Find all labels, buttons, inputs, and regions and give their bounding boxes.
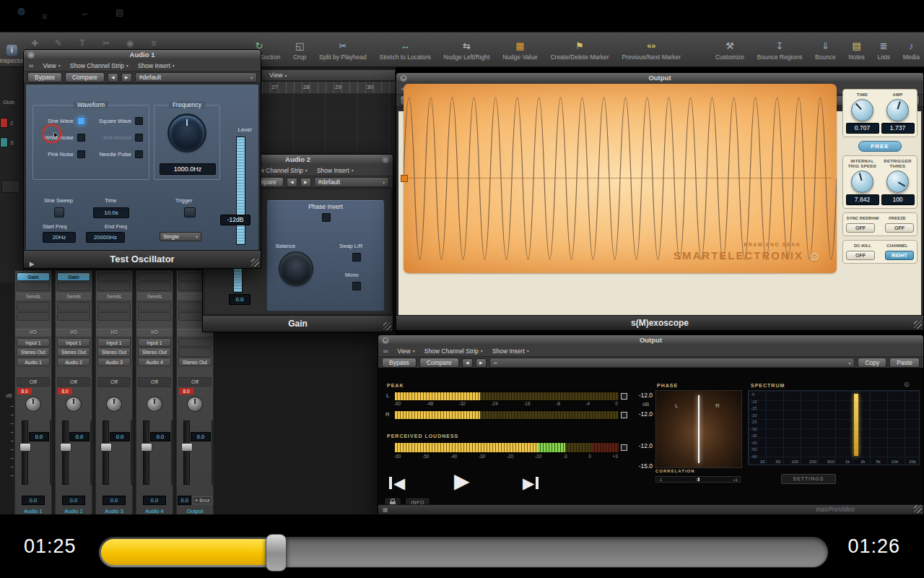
track-name[interactable]: Audio 4 bbox=[136, 508, 173, 515]
link-icon[interactable]: ∞ bbox=[29, 62, 33, 69]
volume-fader[interactable] bbox=[22, 420, 28, 484]
frequency-value[interactable]: 1000.0Hz bbox=[160, 163, 216, 175]
waveform-option[interactable]: Sine Wave bbox=[33, 117, 91, 125]
send-slot[interactable] bbox=[17, 302, 50, 311]
settings-button[interactable]: SETTINGS bbox=[781, 474, 836, 484]
waveform-option[interactable]: Anti Aliased bbox=[91, 134, 149, 142]
pointer-tool-icon[interactable]: ✚ bbox=[29, 38, 40, 48]
show-channel-strip-menu[interactable]: Show Channel Strip▾ bbox=[424, 348, 483, 355]
waveform-led[interactable] bbox=[77, 134, 85, 142]
toolbar-button[interactable]: ⚑Create/Delete Marker bbox=[550, 39, 609, 61]
track-name[interactable]: Audio 3 bbox=[96, 508, 132, 515]
input-slot[interactable] bbox=[178, 338, 212, 347]
fader-handle[interactable] bbox=[19, 443, 31, 452]
output-slot[interactable]: Stereo Out bbox=[17, 348, 50, 356]
previous-button[interactable]: ◀ bbox=[389, 475, 405, 491]
grid-icon[interactable]: ▦ bbox=[383, 506, 388, 513]
retrigger-thres-knob[interactable] bbox=[886, 171, 909, 193]
track-name[interactable]: Audio 1 bbox=[15, 508, 51, 514]
toolbar-button[interactable]: ♪Media bbox=[903, 39, 920, 61]
show-insert-menu[interactable]: Show Insert▾ bbox=[317, 167, 354, 174]
input-slot[interactable]: Input 1 bbox=[57, 338, 90, 347]
track-slot[interactable]: Audio 2 bbox=[57, 358, 90, 366]
send-slot[interactable] bbox=[138, 302, 171, 311]
toolbar-button[interactable]: ⚒Customize bbox=[715, 39, 744, 61]
trigger-button[interactable] bbox=[184, 207, 196, 217]
send-slot[interactable] bbox=[97, 302, 131, 311]
scrubber-thumb[interactable] bbox=[266, 534, 287, 571]
send-slot[interactable] bbox=[57, 302, 90, 311]
show-insert-menu[interactable]: Show Insert▾ bbox=[492, 348, 529, 355]
output-slot[interactable]: Stereo Out bbox=[138, 348, 171, 356]
bar-ruler[interactable]: 27282930 bbox=[238, 82, 396, 94]
swap-lr-checkbox[interactable] bbox=[352, 253, 361, 262]
scrubber-track[interactable] bbox=[99, 537, 828, 567]
fader-handle[interactable] bbox=[100, 443, 112, 452]
window-titlebar[interactable]: × Output bbox=[396, 73, 923, 83]
view-menu[interactable]: View▾ bbox=[397, 348, 414, 355]
next-preset-button[interactable]: ▶ bbox=[476, 358, 487, 368]
toolbar-inspector-button[interactable]: i Inspector bbox=[0, 33, 24, 66]
toolbar-button[interactable]: ↧Bounce Regions bbox=[757, 39, 802, 61]
track-name[interactable]: Audio 2 bbox=[56, 508, 92, 514]
toolbar-button[interactable]: ▤Notes bbox=[849, 39, 865, 61]
balance-knob[interactable] bbox=[280, 253, 312, 285]
text-tool-icon[interactable]: T bbox=[77, 38, 88, 48]
sine-sweep-button[interactable] bbox=[54, 207, 64, 217]
track-header[interactable]: 2 bbox=[0, 118, 13, 128]
compare-button[interactable]: Compare bbox=[419, 358, 459, 368]
show-channel-strip-menu[interactable]: Show Channel Strip▾ bbox=[70, 62, 128, 69]
window-zoom-button[interactable] bbox=[382, 156, 389, 163]
waveform-option[interactable]: Needle Pulse bbox=[91, 150, 149, 158]
pan-knob[interactable] bbox=[147, 397, 162, 412]
send-slot[interactable] bbox=[138, 312, 171, 321]
prev-preset-button[interactable]: ◀ bbox=[287, 178, 297, 187]
glue-tool-icon[interactable]: ◉ bbox=[124, 38, 136, 48]
input-slot[interactable]: Input 1 bbox=[97, 338, 131, 347]
next-preset-button[interactable]: ▶ bbox=[121, 73, 132, 82]
automation-mode-button[interactable]: Off bbox=[57, 377, 90, 387]
fader-handle[interactable] bbox=[181, 443, 193, 452]
output-slot[interactable] bbox=[178, 348, 212, 356]
insert-slot[interactable] bbox=[97, 282, 131, 290]
insert-slot[interactable] bbox=[138, 282, 171, 290]
volume-fader[interactable] bbox=[103, 420, 109, 484]
level-slider[interactable] bbox=[236, 137, 245, 245]
toolbar-button[interactable]: ▦Nudge Value bbox=[502, 39, 538, 61]
disclosure-triangle[interactable]: ▶ bbox=[30, 256, 34, 273]
next-button[interactable]: ▶ bbox=[523, 475, 539, 491]
frequency-knob[interactable] bbox=[170, 116, 204, 150]
bypass-button[interactable]: Bypass bbox=[382, 358, 417, 368]
waveform-option[interactable]: Square Wave bbox=[91, 117, 149, 125]
time-knob[interactable] bbox=[851, 99, 873, 121]
fader-handle[interactable] bbox=[141, 443, 152, 452]
insert-slot[interactable]: Gain bbox=[17, 272, 50, 281]
waveform-led[interactable] bbox=[135, 150, 143, 158]
trigger-mode-dropdown[interactable]: Single▾ bbox=[160, 232, 201, 241]
track-slot[interactable]: Audio 4 bbox=[138, 358, 171, 366]
toolbar-button[interactable]: ≣Lists bbox=[878, 39, 890, 61]
mono-checkbox[interactable] bbox=[352, 282, 361, 290]
channel-button[interactable]: RIGHT bbox=[885, 251, 914, 260]
start-freq-value[interactable]: 20Hz bbox=[43, 232, 76, 243]
toolbar-button[interactable]: ✂Split by Playhead bbox=[319, 39, 367, 61]
waveform-led[interactable] bbox=[77, 117, 85, 125]
pencil-tool-icon[interactable]: ✎ bbox=[53, 38, 64, 48]
waveform-option[interactable]: White Noise bbox=[33, 134, 91, 142]
close-icon[interactable] bbox=[27, 51, 35, 59]
send-slot[interactable] bbox=[17, 312, 50, 321]
prev-preset-button[interactable]: ◀ bbox=[462, 358, 473, 368]
volume-fader[interactable] bbox=[183, 420, 190, 484]
time-value[interactable]: 10.0s bbox=[93, 207, 129, 218]
send-slot[interactable] bbox=[57, 312, 90, 321]
automation-mode-button[interactable]: Off bbox=[138, 377, 171, 387]
track-name[interactable]: Output bbox=[177, 508, 213, 514]
close-icon[interactable]: × bbox=[382, 337, 389, 344]
insert-slot[interactable] bbox=[97, 272, 131, 281]
insert-slot[interactable] bbox=[57, 282, 90, 290]
track-slot[interactable]: Stereo Out bbox=[178, 358, 212, 366]
window-titlebar[interactable]: Audio 1 bbox=[24, 50, 261, 60]
fader-handle[interactable] bbox=[60, 443, 71, 452]
output-slot[interactable]: Stereo Out bbox=[97, 348, 131, 356]
input-slot[interactable]: Input 1 bbox=[138, 338, 171, 347]
